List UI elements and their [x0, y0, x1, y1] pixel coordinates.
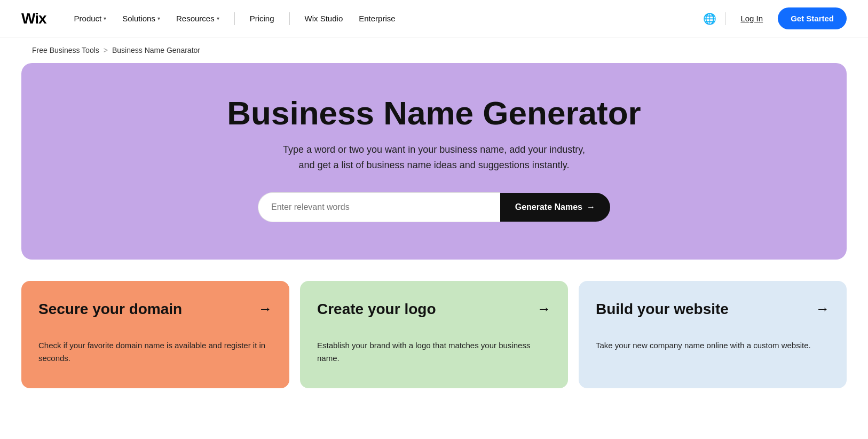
generate-names-button[interactable]: Generate Names →: [500, 193, 610, 222]
nav-divider-left: [234, 12, 235, 25]
breadcrumb-current: Business Name Genarator: [112, 46, 200, 54]
nav-links: Product ▾ Solutions ▾ Resources ▾ Pricin…: [68, 10, 704, 27]
get-started-button[interactable]: Get Started: [778, 7, 847, 29]
cards-row: Secure your domain → Check if your favor…: [0, 281, 868, 410]
nav-right-divider: [725, 12, 725, 25]
generate-names-label: Generate Names: [515, 202, 582, 212]
nav-pricing-label: Pricing: [250, 14, 274, 23]
card-domain-desc: Check if your favorite domain name is av…: [38, 339, 272, 365]
keywords-input[interactable]: [258, 192, 500, 222]
nav-item-wix-studio[interactable]: Wix Studio: [298, 10, 350, 27]
nav-wix-studio-label: Wix Studio: [305, 14, 343, 23]
breadcrumb-separator: >: [104, 46, 108, 54]
card-website-title-row: Build your website →: [596, 300, 830, 318]
nav-item-enterprise[interactable]: Enterprise: [352, 10, 401, 27]
nav-item-resources[interactable]: Resources ▾: [170, 10, 226, 27]
navbar: Wix Product ▾ Solutions ▾ Resources ▾ Pr…: [0, 0, 868, 37]
nav-divider-right: [289, 12, 290, 25]
card-logo-arrow-icon: →: [537, 301, 551, 317]
nav-product-label: Product: [74, 14, 102, 23]
nav-item-pricing[interactable]: Pricing: [243, 10, 281, 27]
hero-input-row: Generate Names →: [258, 192, 610, 222]
card-website-title: Build your website: [596, 300, 729, 318]
wix-logo[interactable]: Wix: [21, 10, 46, 27]
card-website-arrow-icon: →: [816, 301, 830, 317]
card-domain-title-row: Secure your domain →: [38, 300, 272, 318]
card-domain[interactable]: Secure your domain → Check if your favor…: [21, 281, 289, 389]
card-logo-title-row: Create your logo →: [317, 300, 551, 318]
card-website[interactable]: Build your website → Take your new compa…: [579, 281, 847, 389]
nav-resources-label: Resources: [176, 14, 215, 23]
nav-item-solutions[interactable]: Solutions ▾: [116, 10, 167, 27]
resources-chevron-icon: ▾: [217, 15, 219, 21]
navbar-right: 🌐 Log In Get Started: [703, 7, 847, 29]
hero-subtitle: Type a word or two you want in your busi…: [274, 142, 594, 173]
card-domain-title: Secure your domain: [38, 300, 182, 318]
card-logo-title: Create your logo: [317, 300, 436, 318]
card-logo[interactable]: Create your logo → Establish your brand …: [300, 281, 568, 389]
product-chevron-icon: ▾: [104, 15, 106, 21]
login-button[interactable]: Log In: [734, 10, 769, 27]
globe-icon[interactable]: 🌐: [703, 12, 716, 25]
nav-solutions-label: Solutions: [122, 14, 155, 23]
nav-enterprise-label: Enterprise: [359, 14, 395, 23]
generate-arrow-icon: →: [587, 202, 595, 212]
solutions-chevron-icon: ▾: [157, 15, 160, 21]
breadcrumb: Free Business Tools > Business Name Gena…: [0, 37, 868, 63]
hero-section: Business Name Generator Type a word or t…: [21, 63, 847, 260]
breadcrumb-parent-link[interactable]: Free Business Tools: [32, 46, 99, 54]
card-domain-arrow-icon: →: [258, 301, 272, 317]
nav-item-product[interactable]: Product ▾: [68, 10, 113, 27]
card-website-desc: Take your new company name online with a…: [596, 339, 830, 352]
card-logo-desc: Establish your brand with a logo that ma…: [317, 339, 551, 365]
hero-title: Business Name Generator: [227, 95, 641, 131]
